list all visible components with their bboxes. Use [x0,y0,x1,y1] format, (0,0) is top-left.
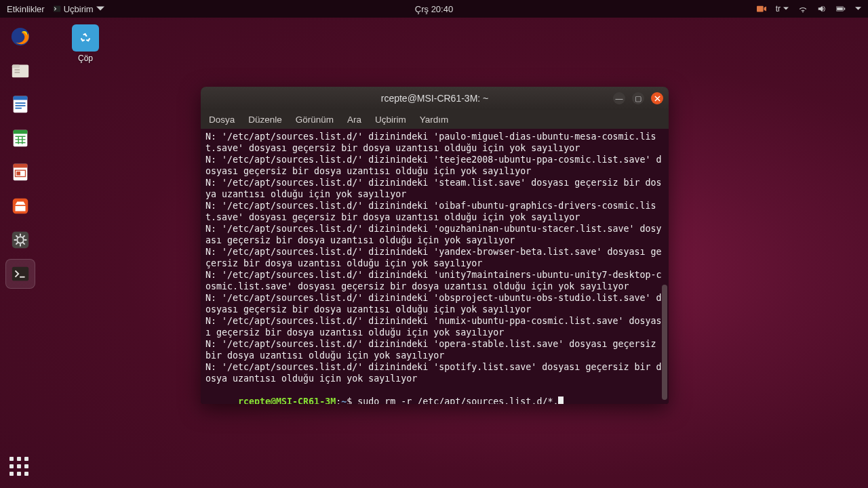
svg-rect-20 [16,171,20,176]
typed-command: sudo rm -r /etc/apt/sources.list.d/*. [357,396,558,404]
clock[interactable]: Çrş 20:40 [415,4,453,14]
terminal-output[interactable]: N: '/etc/apt/sources.list.d/' dizinindek… [201,129,669,404]
show-applications-button[interactable] [9,457,31,479]
chevron-down-icon [783,4,789,14]
output-line: N: '/etc/apt/sources.list.d/' dizinindek… [205,292,665,315]
battery-icon[interactable] [836,4,846,14]
close-icon [654,96,660,102]
terminal-window: rcepte@MSI-CR61-3M: ~ — ▢ Dosya Düzenle … [201,87,669,404]
active-app-menu[interactable]: Uçbirim [49,3,108,16]
svg-rect-11 [14,96,28,100]
menu-help[interactable]: Yardım [420,115,449,125]
dock-impress[interactable] [5,157,35,187]
prompt-userhost: rcepte@MSI-CR61-3M [238,396,336,404]
dock-settings[interactable] [5,225,35,255]
output-line: N: '/etc/apt/sources.list.d/' dizinindek… [205,315,665,338]
cursor [558,396,564,404]
menu-search[interactable]: Ara [347,115,361,125]
output-line: N: '/etc/apt/sources.list.d/' dizinindek… [205,338,665,361]
output-line: N: '/etc/apt/sources.list.d/' dizinindek… [205,131,665,154]
dock-writer[interactable] [5,89,35,119]
chevron-down-icon [96,5,104,13]
menu-edit[interactable]: Düzenle [248,115,282,125]
scrollbar-thumb[interactable] [662,285,667,400]
close-button[interactable] [651,92,663,104]
prompt-path: ~ [341,396,347,404]
menu-terminal[interactable]: Uçbirim [375,115,406,125]
svg-rect-1 [757,6,764,12]
network-icon[interactable] [798,4,808,14]
svg-rect-13 [16,105,26,106]
minimize-button[interactable]: — [613,92,625,104]
svg-rect-9 [15,72,20,73]
output-line: N: '/etc/apt/sources.list.d/' dizinindek… [205,246,665,269]
record-icon[interactable] [757,4,766,14]
dock-software[interactable] [5,191,35,221]
output-line: N: '/etc/apt/sources.list.d/' dizinindek… [205,361,665,384]
files-icon [10,60,31,81]
svg-rect-0 [53,6,60,12]
writer-icon [10,94,31,115]
dock-calc[interactable] [5,123,35,153]
software-center-icon [10,196,31,216]
menu-file[interactable]: Dosya [209,115,235,125]
recycle-icon [78,30,93,45]
titlebar[interactable]: rcepte@MSI-CR61-3M: ~ — ▢ [201,87,669,110]
svg-rect-8 [15,69,20,70]
maximize-button[interactable]: ▢ [632,92,644,104]
active-app-label: Uçbirim [64,4,94,14]
output-line: N: '/etc/apt/sources.list.d/' dizinindek… [205,269,665,292]
output-line: N: '/etc/apt/sources.list.d/' dizinindek… [205,200,665,223]
firefox-icon [10,26,31,47]
dock [0,18,41,488]
svg-rect-18 [14,164,28,168]
svg-rect-7 [12,65,20,68]
dock-files[interactable] [5,56,35,85]
svg-rect-4 [837,7,843,10]
top-panel: Etkinlikler Uçbirim Çrş 20:40 tr [0,0,868,18]
output-line: N: '/etc/apt/sources.list.d/' dizinindek… [205,177,665,200]
terminal-icon [10,264,31,284]
window-title: rcepte@MSI-CR61-3M: ~ [381,93,489,104]
trash-desktop-icon[interactable]: Çöp [65,24,106,63]
svg-rect-16 [14,130,28,134]
output-line: N: '/etc/apt/sources.list.d/' dizinindek… [205,223,665,246]
prompt-line: rcepte@MSI-CR61-3M:~$ sudo rm -r /etc/ap… [205,384,665,404]
gear-icon [10,230,31,250]
svg-rect-3 [844,7,846,9]
calc-icon [10,128,31,148]
terminal-menubar: Dosya Düzenle Görünüm Ara Uçbirim Yardım [201,110,669,129]
impress-icon [10,162,31,182]
svg-rect-12 [16,102,26,104]
dock-terminal[interactable] [5,259,35,289]
keyboard-layout-indicator[interactable]: tr [776,4,781,14]
output-line: N: '/etc/apt/sources.list.d/' dizinindek… [205,154,665,177]
volume-icon[interactable] [817,4,827,14]
activities-button[interactable]: Etkinlikler [7,4,45,14]
menu-view[interactable]: Görünüm [296,115,334,125]
trash-label: Çöp [65,54,106,63]
svg-rect-24 [12,267,28,281]
power-chevron-icon[interactable] [855,4,861,14]
terminal-small-icon [53,5,61,13]
dock-firefox[interactable] [5,22,35,52]
svg-rect-14 [16,108,22,109]
